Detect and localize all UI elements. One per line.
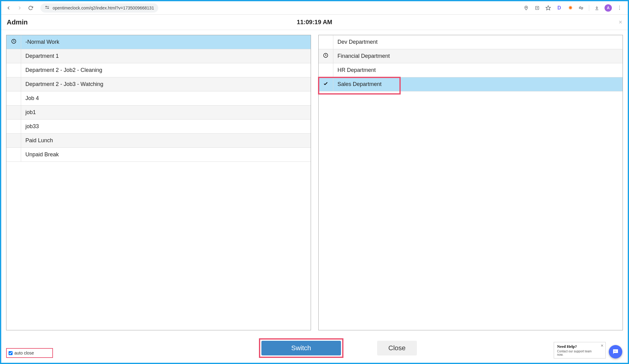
modal-footer: auto close Switch Close — [2, 335, 627, 362]
address-bar[interactable]: opentimeclock.com/q2/index.html?v=173500… — [40, 3, 158, 13]
row-label: Job 4 — [21, 95, 39, 102]
chat-launcher-icon[interactable] — [609, 345, 622, 358]
modal-header: Admin 11:09:19 AM × — [1, 15, 628, 30]
toolbar-divider — [589, 5, 589, 11]
department-row[interactable]: HR Department — [319, 63, 623, 77]
row-icon-cell — [6, 63, 21, 77]
job-row[interactable]: Paid Lunch — [6, 134, 311, 148]
job-row[interactable]: job1 — [6, 106, 311, 120]
help-card[interactable]: Need Help? Contact our support team now.… — [554, 342, 606, 358]
site-settings-icon[interactable] — [45, 5, 50, 11]
svg-point-9 — [614, 351, 615, 351]
svg-point-4 — [526, 7, 526, 8]
row-label: Department 1 — [21, 53, 59, 59]
check-icon — [323, 81, 328, 88]
modal-close-button[interactable]: × — [619, 19, 622, 26]
row-icon-cell — [6, 49, 21, 63]
svg-marker-6 — [546, 6, 551, 10]
department-row[interactable]: Dev Department — [319, 35, 623, 49]
job-row[interactable]: Department 2 - Job2 - Cleaning — [6, 63, 311, 77]
row-icon-cell — [319, 49, 333, 63]
job-row[interactable]: Department 2 - Job3 - Watching — [6, 77, 311, 91]
avatar-letter: A — [607, 6, 610, 10]
downloads-icon[interactable] — [593, 5, 600, 11]
row-label: Department 2 - Job2 - Cleaning — [21, 67, 102, 73]
auto-close-checkbox[interactable] — [9, 351, 13, 355]
row-icon-cell — [6, 106, 21, 119]
job-row[interactable]: -Normal Work — [6, 35, 311, 49]
row-icon-cell — [319, 35, 333, 49]
clock-icon — [323, 53, 328, 60]
switch-button-highlight: Switch — [259, 338, 343, 358]
row-label: Unpaid Break — [21, 151, 59, 158]
location-icon[interactable] — [523, 5, 530, 11]
install-icon[interactable] — [534, 5, 541, 11]
row-icon-cell — [6, 91, 21, 105]
auto-close-label: auto close — [14, 351, 34, 355]
row-icon-cell — [6, 77, 21, 91]
switch-button[interactable]: Switch — [261, 341, 341, 355]
row-label: job1 — [21, 109, 36, 116]
jobs-panel[interactable]: -Normal WorkDepartment 1Department 2 - J… — [6, 35, 311, 330]
help-title: Need Help? — [557, 344, 597, 349]
browser-chrome: opentimeclock.com/q2/index.html?v=173500… — [1, 1, 628, 15]
help-widget: Need Help? Contact our support team now.… — [554, 342, 622, 358]
row-label: HR Department — [333, 67, 376, 73]
clock-icon — [11, 39, 17, 46]
row-label: Paid Lunch — [21, 137, 53, 144]
job-row[interactable]: job33 — [6, 120, 311, 134]
job-row[interactable]: Job 4 — [6, 91, 311, 106]
row-label: -Normal Work — [21, 39, 59, 45]
help-close-icon[interactable]: ✕ — [601, 344, 604, 348]
clock-display: 11:09:19 AM — [297, 19, 332, 26]
row-label: Sales Department — [333, 81, 382, 87]
auto-close-checkbox-wrap[interactable]: auto close — [6, 348, 53, 358]
row-label: job33 — [21, 123, 39, 130]
department-row[interactable]: Sales Department — [319, 77, 623, 91]
svg-point-10 — [616, 351, 616, 351]
reload-button[interactable] — [26, 4, 35, 12]
url-text: opentimeclock.com/q2/index.html?v=173500… — [53, 6, 154, 10]
extension-d-icon[interactable]: D — [556, 5, 563, 11]
modal-title: Admin — [7, 18, 28, 26]
kebab-menu-icon[interactable]: ⋮ — [616, 5, 623, 11]
row-label: Department 2 - Job3 - Watching — [21, 81, 103, 87]
row-icon-cell — [6, 134, 21, 147]
row-label: Financial Department — [333, 53, 390, 59]
row-icon-cell — [6, 120, 21, 133]
row-icon-cell — [6, 148, 21, 162]
extension-bug-icon[interactable]: ✺ — [567, 5, 574, 11]
extensions-puzzle-icon[interactable] — [578, 5, 585, 11]
row-icon-cell — [319, 63, 333, 77]
forward-button[interactable] — [15, 4, 24, 12]
help-subtitle: Contact our support team now. — [557, 350, 597, 356]
row-label: Dev Department — [333, 39, 378, 45]
chrome-toolbar-icons: D ✺ A ⋮ — [523, 4, 623, 12]
back-button[interactable] — [4, 4, 13, 12]
job-row[interactable]: Unpaid Break — [6, 148, 311, 162]
content-area: -Normal WorkDepartment 1Department 2 - J… — [1, 30, 628, 335]
row-icon-cell — [6, 35, 21, 49]
job-row[interactable]: Department 1 — [6, 49, 311, 63]
row-icon-cell — [319, 77, 333, 91]
department-row[interactable]: Financial Department — [319, 49, 623, 63]
close-button[interactable]: Close — [377, 341, 417, 355]
profile-avatar[interactable]: A — [605, 4, 612, 12]
bookmark-star-icon[interactable] — [545, 5, 552, 11]
departments-panel[interactable]: Dev DepartmentFinancial DepartmentHR Dep… — [318, 35, 623, 330]
